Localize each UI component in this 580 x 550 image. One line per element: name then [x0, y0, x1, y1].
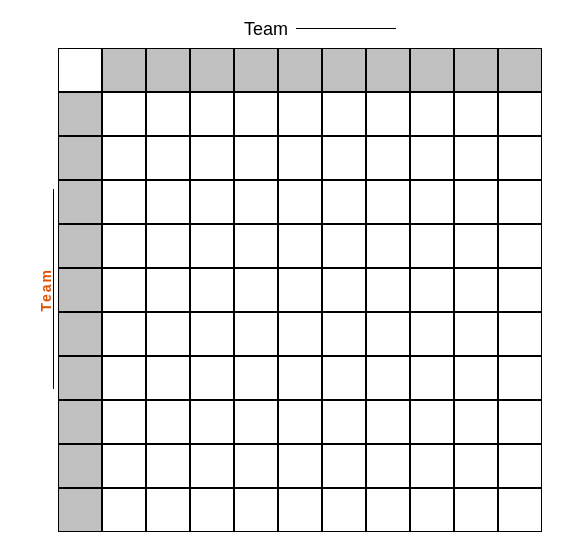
cell[interactable] [366, 488, 410, 532]
cell[interactable] [366, 356, 410, 400]
cell[interactable] [278, 180, 322, 224]
cell[interactable] [410, 488, 454, 532]
cell[interactable] [146, 488, 190, 532]
cell[interactable] [102, 312, 146, 356]
cell[interactable] [58, 444, 102, 488]
cell[interactable] [454, 180, 498, 224]
cell[interactable] [454, 48, 498, 92]
cell[interactable] [278, 312, 322, 356]
cell[interactable] [146, 268, 190, 312]
cell[interactable] [498, 48, 542, 92]
cell[interactable] [58, 356, 102, 400]
cell[interactable] [322, 48, 366, 92]
cell[interactable] [234, 356, 278, 400]
cell[interactable] [322, 444, 366, 488]
cell[interactable] [146, 136, 190, 180]
cell[interactable] [58, 268, 102, 312]
cell[interactable] [102, 268, 146, 312]
cell[interactable] [234, 444, 278, 488]
cell[interactable] [234, 268, 278, 312]
cell[interactable] [498, 180, 542, 224]
cell[interactable] [146, 92, 190, 136]
cell[interactable] [322, 488, 366, 532]
cell[interactable] [498, 224, 542, 268]
cell[interactable] [102, 180, 146, 224]
cell[interactable] [498, 400, 542, 444]
cell[interactable] [278, 48, 322, 92]
cell[interactable] [234, 92, 278, 136]
cell[interactable] [498, 268, 542, 312]
cell[interactable] [322, 356, 366, 400]
cell[interactable] [102, 444, 146, 488]
cell[interactable] [366, 268, 410, 312]
cell[interactable] [278, 444, 322, 488]
cell[interactable] [278, 92, 322, 136]
cell[interactable] [454, 444, 498, 488]
cell[interactable] [58, 92, 102, 136]
cell[interactable] [58, 48, 102, 92]
cell[interactable] [102, 356, 146, 400]
cell[interactable] [278, 224, 322, 268]
cell[interactable] [278, 356, 322, 400]
cell[interactable] [278, 488, 322, 532]
cell[interactable] [190, 268, 234, 312]
cell[interactable] [146, 224, 190, 268]
cell[interactable] [498, 312, 542, 356]
cell[interactable] [454, 488, 498, 532]
cell[interactable] [58, 488, 102, 532]
cell[interactable] [278, 268, 322, 312]
cell[interactable] [410, 180, 454, 224]
cell[interactable] [234, 48, 278, 92]
cell[interactable] [190, 48, 234, 92]
cell[interactable] [322, 312, 366, 356]
cell[interactable] [410, 224, 454, 268]
cell[interactable] [498, 444, 542, 488]
cell[interactable] [278, 400, 322, 444]
cell[interactable] [322, 92, 366, 136]
cell[interactable] [190, 312, 234, 356]
cell[interactable] [366, 444, 410, 488]
cell[interactable] [102, 224, 146, 268]
cell[interactable] [146, 48, 190, 92]
cell[interactable] [102, 488, 146, 532]
cell[interactable] [366, 92, 410, 136]
cell[interactable] [410, 356, 454, 400]
cell[interactable] [146, 180, 190, 224]
cell[interactable] [322, 400, 366, 444]
cell[interactable] [190, 400, 234, 444]
cell[interactable] [322, 268, 366, 312]
cell[interactable] [190, 92, 234, 136]
cell[interactable] [234, 400, 278, 444]
cell[interactable] [410, 268, 454, 312]
cell[interactable] [102, 48, 146, 92]
cell[interactable] [58, 312, 102, 356]
cell[interactable] [146, 400, 190, 444]
cell[interactable] [410, 444, 454, 488]
cell[interactable] [190, 444, 234, 488]
cell[interactable] [410, 136, 454, 180]
cell[interactable] [454, 224, 498, 268]
cell[interactable] [146, 356, 190, 400]
cell[interactable] [322, 136, 366, 180]
cell[interactable] [366, 312, 410, 356]
cell[interactable] [102, 92, 146, 136]
cell[interactable] [190, 180, 234, 224]
cell[interactable] [322, 180, 366, 224]
cell[interactable] [498, 488, 542, 532]
cell[interactable] [278, 136, 322, 180]
cell[interactable] [410, 400, 454, 444]
cell[interactable] [146, 444, 190, 488]
cell[interactable] [366, 136, 410, 180]
cell[interactable] [410, 48, 454, 92]
cell[interactable] [454, 312, 498, 356]
cell[interactable] [410, 92, 454, 136]
cell[interactable] [366, 180, 410, 224]
cell[interactable] [234, 488, 278, 532]
cell[interactable] [322, 224, 366, 268]
cell[interactable] [146, 312, 190, 356]
cell[interactable] [454, 400, 498, 444]
cell[interactable] [454, 356, 498, 400]
cell[interactable] [58, 180, 102, 224]
cell[interactable] [58, 400, 102, 444]
cell[interactable] [234, 224, 278, 268]
